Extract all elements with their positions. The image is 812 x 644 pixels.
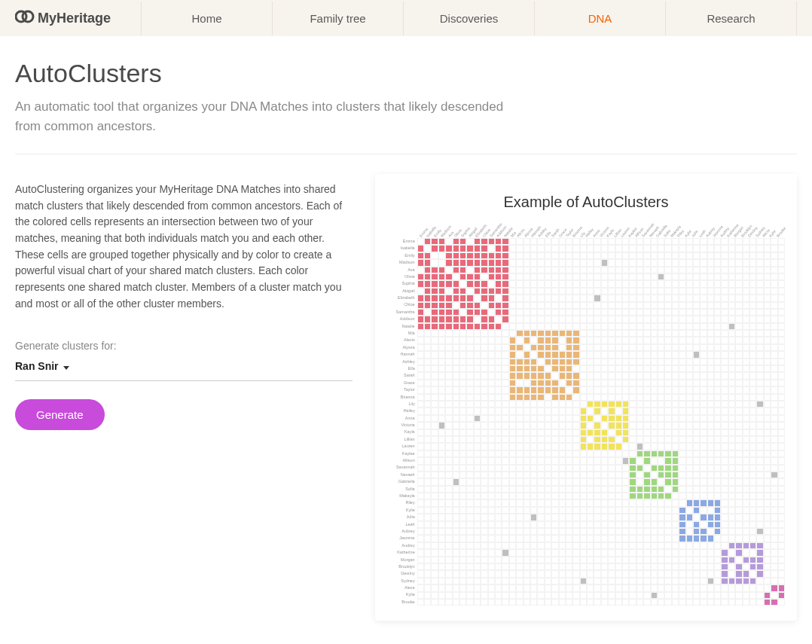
- heatmap-cell: [643, 450, 650, 457]
- heatmap-cell: [587, 245, 594, 252]
- heatmap-cell: [601, 330, 608, 337]
- chart-row: Jasmine: [387, 535, 785, 542]
- heatmap-cell: [580, 259, 587, 266]
- heatmap-cell: [594, 351, 600, 358]
- heatmap-cell: [438, 344, 445, 351]
- heatmap-cell: [707, 499, 714, 506]
- heatmap-cell: [743, 394, 749, 401]
- generate-button[interactable]: Generate: [15, 399, 105, 430]
- heatmap-cell: [664, 429, 671, 436]
- heatmap-cell: [749, 316, 756, 322]
- heatmap-cell: [643, 330, 650, 337]
- heatmap-cell: [509, 273, 516, 280]
- heatmap-cell: [516, 359, 523, 365]
- heatmap-cell: [524, 386, 530, 393]
- nav-item-dna[interactable]: DNA: [534, 2, 665, 35]
- heatmap-cell: [636, 478, 643, 485]
- nav-item-home[interactable]: Home: [141, 2, 272, 35]
- heatmap-cell: [749, 584, 756, 591]
- heatmap-cell: [686, 486, 693, 493]
- heatmap-cell: [438, 415, 445, 422]
- heatmap-cell: [693, 267, 700, 273]
- heatmap-cell: [502, 599, 508, 606]
- heatmap-cell: [658, 514, 664, 520]
- heatmap-cell: [707, 415, 714, 422]
- heatmap-cell: [587, 542, 594, 549]
- heatmap-cell: [431, 429, 438, 436]
- heatmap-cell: [749, 592, 756, 599]
- heatmap-cell: [417, 295, 424, 301]
- heatmap-cell: [474, 365, 481, 372]
- heatmap-cell: [580, 394, 587, 401]
- heatmap-cell: [622, 599, 629, 606]
- heatmap-cell: [445, 557, 452, 563]
- row-label: Grace: [387, 381, 417, 386]
- heatmap-cell: [658, 295, 664, 301]
- heatmap-cell: [594, 472, 600, 478]
- heatmap-cell: [749, 407, 756, 414]
- heatmap-cell: [417, 394, 424, 401]
- heatmap-cell: [764, 422, 771, 429]
- heatmap-cell: [417, 592, 424, 599]
- nav-item-research[interactable]: Research: [665, 2, 797, 35]
- heatmap-cell: [721, 499, 728, 506]
- heatmap-cell: [488, 570, 495, 577]
- heatmap-cell: [530, 280, 537, 287]
- person-dropdown[interactable]: Ran Snir: [15, 356, 353, 381]
- heatmap-cell: [615, 280, 622, 287]
- heatmap-cell: [735, 401, 742, 407]
- heatmap-cell: [622, 563, 629, 570]
- heatmap-cell: [459, 394, 466, 401]
- heatmap-cell: [672, 415, 679, 422]
- heatmap-cell: [601, 478, 608, 485]
- heatmap-cell: [502, 422, 508, 429]
- heatmap-cell: [551, 542, 558, 549]
- heatmap-cell: [580, 372, 587, 379]
- heatmap-cell: [643, 323, 650, 330]
- heatmap-cell: [686, 344, 693, 351]
- heatmap-cell: [664, 288, 671, 295]
- heatmap-cell: [566, 592, 572, 599]
- heatmap-cell: [629, 288, 636, 295]
- heatmap-cell: [672, 493, 679, 499]
- heatmap-cell: [495, 472, 502, 478]
- heatmap-cell: [686, 330, 693, 337]
- heatmap-cell: [488, 493, 495, 499]
- heatmap-cell: [743, 507, 749, 514]
- chart-row: Alexis: [387, 337, 785, 343]
- heatmap-cell: [743, 344, 749, 351]
- heatmap-cell: [566, 429, 572, 436]
- heatmap-cell: [679, 578, 685, 584]
- heatmap-cell: [749, 570, 756, 577]
- heatmap-cell: [509, 330, 516, 337]
- heatmap-cell: [594, 302, 600, 309]
- heatmap-cell: [714, 351, 721, 358]
- heatmap-cell: [530, 386, 537, 393]
- nav-item-discoveries[interactable]: Discoveries: [403, 2, 534, 35]
- brand-logo[interactable]: MyHeritage: [15, 9, 111, 28]
- heatmap-cell: [594, 450, 600, 457]
- heatmap-cell: [749, 465, 756, 472]
- heatmap-cell: [672, 407, 679, 414]
- heatmap-cell: [643, 563, 650, 570]
- heatmap-cell: [587, 549, 594, 556]
- heatmap-cell: [679, 514, 685, 520]
- row-label: Samantha: [387, 310, 417, 315]
- heatmap-cell: [771, 570, 777, 577]
- heatmap-cell: [466, 316, 473, 322]
- heatmap-cell: [714, 563, 721, 570]
- heatmap-cell: [453, 599, 459, 606]
- heatmap-cell: [495, 407, 502, 414]
- heatmap-cell: [587, 359, 594, 365]
- heatmap-cell: [771, 330, 777, 337]
- heatmap-cell: [488, 443, 495, 450]
- heatmap-cell: [658, 599, 664, 606]
- heatmap-cell: [664, 499, 671, 506]
- heatmap-cell: [566, 436, 572, 443]
- heatmap-cell: [566, 535, 572, 542]
- nav-item-family-tree[interactable]: Family tree: [272, 2, 403, 35]
- heatmap-cell: [459, 521, 466, 528]
- heatmap-cell: [481, 351, 487, 358]
- heatmap-cell: [629, 563, 636, 570]
- heatmap-cell: [629, 499, 636, 506]
